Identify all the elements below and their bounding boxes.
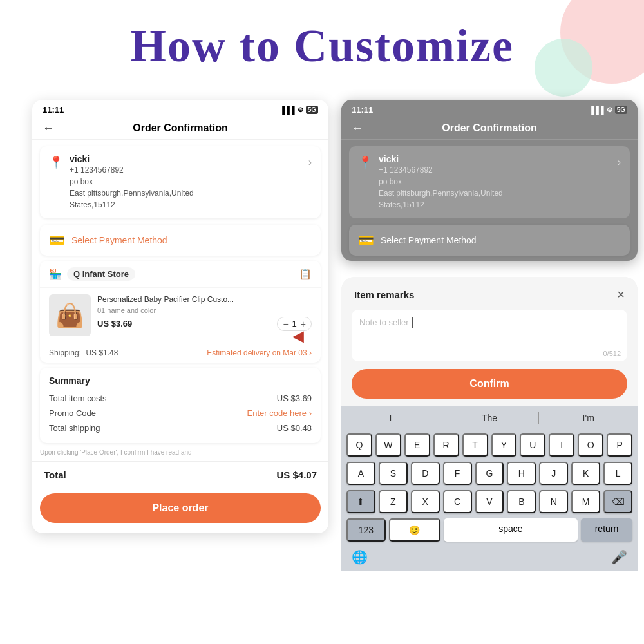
address-chevron[interactable]: › xyxy=(308,156,312,168)
product-title: Personalized Baby Pacifier Clip Custo... xyxy=(97,294,312,305)
keyboard-bottom-row: 123 🙂 space return xyxy=(341,515,638,545)
keyboard-row-3: ⬆ Z X C V B N M ⌫ xyxy=(341,487,638,515)
numbers-key[interactable]: 123 xyxy=(346,518,386,542)
address-line2: East pittsburgh,Pennsylvania,United xyxy=(70,187,302,199)
summary-shipping: Total shipping US $0.48 xyxy=(49,421,312,435)
microphone-icon[interactable]: 🎤 xyxy=(611,549,627,565)
key-o[interactable]: O xyxy=(578,433,603,457)
suggestion-im[interactable]: I'm xyxy=(545,410,631,426)
key-r[interactable]: R xyxy=(433,433,459,457)
key-l[interactable]: L xyxy=(603,462,632,485)
network-icon: 5G xyxy=(306,106,318,114)
key-n[interactable]: N xyxy=(539,490,568,513)
left-header-title: Order Confirmation xyxy=(133,122,228,134)
globe-icon[interactable]: 🌐 xyxy=(352,549,368,565)
text-cursor xyxy=(412,317,413,328)
place-order-button[interactable]: Place order xyxy=(40,493,321,523)
address-card: 📍 vicki +1 1234567892 po box East pittsb… xyxy=(40,146,321,218)
address-phone: +1 1234567892 xyxy=(70,164,302,176)
key-m[interactable]: M xyxy=(571,490,600,513)
product-image-placeholder: 👜 xyxy=(55,302,84,329)
right-phone: 11:11 ▐▐▐ ⊜ 5G ← Order Confirmation 📍 vi… xyxy=(341,100,638,261)
remarks-overlay: remarks name e.g. (devon & BU) xyxy=(467,570,618,571)
total-shipping-value: US $0.48 xyxy=(277,423,312,433)
right-address-chevron[interactable]: › xyxy=(618,156,621,168)
char-count: 0/512 xyxy=(603,350,621,357)
right-wifi-icon: ⊜ xyxy=(607,106,612,114)
close-button[interactable]: × xyxy=(617,287,625,302)
qty-decrease[interactable]: − xyxy=(283,319,288,329)
right-payment-row[interactable]: 💳 Select Payment Method xyxy=(349,225,630,256)
promo-value[interactable]: Enter code here › xyxy=(247,408,312,418)
key-k[interactable]: K xyxy=(571,462,600,485)
key-b[interactable]: B xyxy=(507,490,536,513)
key-x[interactable]: X xyxy=(411,490,440,513)
key-v[interactable]: V xyxy=(475,490,504,513)
note-icon[interactable]: 📋 xyxy=(299,268,312,280)
store-header: 🏪 Q Infant Store 📋 xyxy=(40,261,321,288)
key-t[interactable]: T xyxy=(462,433,488,457)
right-address-phone: +1 1234567892 xyxy=(379,164,611,176)
signal-icon: ▐▐▐ xyxy=(279,106,294,114)
key-s[interactable]: S xyxy=(379,462,408,485)
key-a[interactable]: A xyxy=(346,462,375,485)
key-p[interactable]: P xyxy=(607,433,632,457)
store-section: 🏪 Q Infant Store 📋 👜 Personalized Baby P… xyxy=(40,261,321,363)
left-status-bar: 11:11 ▐▐▐ ⊜ 5G xyxy=(32,100,328,117)
key-f[interactable]: F xyxy=(443,462,472,485)
wifi-icon: ⊜ xyxy=(298,106,303,114)
summary-promo: Promo Code Enter code here › xyxy=(49,406,312,421)
key-w[interactable]: W xyxy=(375,433,401,457)
promo-label: Promo Code xyxy=(49,408,96,418)
key-c[interactable]: C xyxy=(443,490,472,513)
key-i[interactable]: I xyxy=(549,433,574,457)
key-q[interactable]: Q xyxy=(346,433,372,457)
right-header-title: Order Confirmation xyxy=(442,122,537,134)
emoji-key[interactable]: 🙂 xyxy=(389,518,440,542)
shipping-label: Shipping: xyxy=(49,348,81,357)
right-location-icon: 📍 xyxy=(358,155,372,169)
key-z[interactable]: Z xyxy=(379,490,408,513)
suggestion-the[interactable]: The xyxy=(447,410,533,426)
note-to-seller-area[interactable]: Note to seller 0/512 xyxy=(352,310,627,361)
product-row: 👜 Personalized Baby Pacifier Clip Custo.… xyxy=(40,288,321,343)
store-icon: 🏪 xyxy=(49,268,62,280)
shift-key[interactable]: ⬆ xyxy=(346,490,375,513)
address-line3: States,15112 xyxy=(70,199,302,211)
shipping-delivery[interactable]: Estimated delivery on Mar 03 › xyxy=(207,348,312,357)
key-y[interactable]: Y xyxy=(491,433,517,457)
remarks-header: Item remarks × xyxy=(341,277,638,310)
key-e[interactable]: E xyxy=(404,433,430,457)
item-costs-label: Total item costs xyxy=(49,393,107,403)
delete-key[interactable]: ⌫ xyxy=(603,490,632,513)
return-key[interactable]: return xyxy=(581,518,632,542)
address-name: vicki xyxy=(70,154,302,164)
key-u[interactable]: U xyxy=(520,433,545,457)
payment-row[interactable]: 💳 Select Payment Method xyxy=(40,225,321,256)
right-address-line1: po box xyxy=(379,176,611,187)
right-address-info: vicki +1 1234567892 po box East pittsbur… xyxy=(379,154,611,211)
total-shipping-label: Total shipping xyxy=(49,423,100,433)
keyboard: I The I'm Q W E R T Y U I O P A S D F G … xyxy=(341,406,638,571)
key-d[interactable]: D xyxy=(411,462,440,485)
key-g[interactable]: G xyxy=(475,462,504,485)
right-time: 11:11 xyxy=(352,105,373,115)
keyboard-row-2: A S D F G H J K L xyxy=(341,459,638,487)
remarks-title: Item remarks xyxy=(354,289,414,300)
product-price: US $3.69 xyxy=(97,319,132,328)
right-address-line2: East pittsburgh,Pennsylvania,United xyxy=(379,187,611,199)
suggestion-i[interactable]: I xyxy=(348,410,433,426)
summary-title: Summary xyxy=(49,375,312,386)
key-h[interactable]: H xyxy=(507,462,536,485)
confirm-button[interactable]: Confirm xyxy=(352,369,627,399)
key-j[interactable]: J xyxy=(539,462,568,485)
right-back-button[interactable]: ← xyxy=(352,122,363,135)
product-info: Personalized Baby Pacifier Clip Custo...… xyxy=(97,294,312,336)
address-line1: po box xyxy=(70,176,302,187)
space-key[interactable]: space xyxy=(444,518,578,542)
product-thumbnail: 👜 xyxy=(49,294,91,336)
right-status-icons: ▐▐▐ ⊜ 5G xyxy=(589,106,627,114)
address-info: vicki +1 1234567892 po box East pittsbur… xyxy=(70,154,302,211)
page-title: How to Customize xyxy=(0,19,644,73)
back-button[interactable]: ← xyxy=(43,122,54,135)
